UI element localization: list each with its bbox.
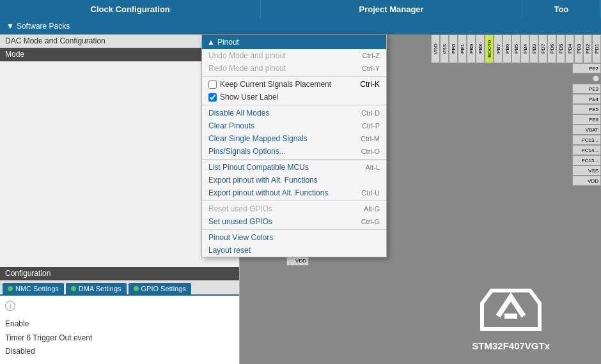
menu-header: ▲ Pinout [202, 35, 386, 49]
config-header: Configuration [0, 267, 239, 280]
pin-PD5[interactable]: PD5 [556, 34, 565, 63]
pin-PE0[interactable]: PE0 [449, 34, 458, 63]
pin-PC15[interactable]: PC15... [572, 155, 601, 165]
project-manager-tab[interactable]: Project Manager [261, 0, 522, 18]
pin-VDD-top[interactable]: VDD [431, 34, 440, 63]
menu-item-clear-single-mapped[interactable]: Clear Single Mapped Signals Ctrl-M [202, 132, 386, 145]
nmc-settings-tab[interactable]: NMC Settings [3, 283, 64, 294]
pin-PE1[interactable]: PE1 [458, 34, 467, 63]
pinout-dropdown-menu: ▲ Pinout Undo Mode and pinout Ctrl-Z Red… [201, 34, 387, 257]
info-icon: i [5, 301, 15, 311]
pin-PE2[interactable]: PE2 [572, 63, 601, 73]
tools-tab[interactable]: Too [522, 0, 601, 18]
pin-PE5[interactable]: PE5 [572, 104, 601, 114]
pin-VBAT[interactable]: VBAT [572, 125, 601, 135]
collapse-arrow-icon: ▼ [6, 22, 14, 31]
tab-dot-dma [71, 286, 76, 291]
top-bar: Clock Configuration Project Manager Too [0, 0, 601, 18]
tab-dot-nmc [8, 286, 13, 291]
software-packs-bar[interactable]: ▼ Software Packs [0, 18, 601, 34]
config-tabs: NMC Settings DMA Settings GPIO Settings [0, 280, 239, 296]
pin-PB4[interactable]: PB4 [520, 34, 529, 63]
pin-PD6[interactable]: PD6 [547, 34, 556, 63]
menu-caret-icon: ▲ [207, 38, 215, 47]
config-field-trigger: Timer 6 Trigger Out event [5, 331, 234, 345]
top-pins-row: PD1 PD2 PD3 PD4 PD5 PD6 PD7 PB3 PB4 PB5 … [431, 34, 601, 63]
menu-item-pinout-view-colors[interactable]: Pinout View Colors [202, 231, 386, 244]
pin-PB8[interactable]: PB8 [476, 34, 485, 63]
pin-PD2[interactable]: PD2 [583, 34, 592, 63]
pin-VDD-right[interactable]: VDD [572, 176, 601, 186]
pin-BOOT0[interactable]: BOOT0 [485, 34, 494, 63]
menu-item-disable-all-modes[interactable]: Disable All Modes Ctrl-D [202, 107, 386, 119]
pin-PD1[interactable]: PD1 [592, 34, 601, 63]
menu-item-undo[interactable]: Undo Mode and pinout Ctrl-Z [202, 49, 386, 62]
pin-VSS-top[interactable]: VSS [440, 34, 449, 63]
pin-PB6[interactable]: PB6 [503, 34, 511, 63]
menu-item-redo[interactable]: Redo Mode and pinout Ctrl-Y [202, 62, 386, 75]
menu-item-set-unused-gpios[interactable]: Set unused GPIOs Ctrl-G [202, 215, 386, 228]
stm-logo-svg [479, 284, 543, 335]
menu-separator-1 [202, 76, 386, 77]
pin-PE3[interactable]: PE3 [572, 84, 601, 94]
menu-separator-2 [202, 105, 386, 105]
pin-PC13[interactable]: PC13... [572, 135, 601, 145]
pin-PD4[interactable]: PD4 [565, 34, 574, 63]
config-fields: Enable Timer 6 Trigger Out event Disable… [5, 317, 234, 359]
pin-PE4[interactable]: PE4 [572, 94, 601, 104]
pin-PC14[interactable]: PC14... [572, 145, 601, 155]
pin-PB7[interactable]: PB7 [494, 34, 503, 63]
show-user-label-checkbox[interactable] [208, 93, 217, 102]
menu-item-pins-signals-options[interactable]: Pins/Signals Options... Ctrl-O [202, 145, 386, 158]
main-layout: DAC Mode and Configuration Mode Configur… [0, 34, 601, 364]
pin-PB9[interactable]: PB9 [467, 34, 476, 63]
dma-settings-tab[interactable]: DMA Settings [66, 283, 127, 294]
pin-PD3[interactable]: PD3 [574, 34, 583, 63]
menu-item-list-compatible-mcus[interactable]: List Pinout Compatible MCUs Alt-L [202, 161, 386, 174]
menu-item-export-with-alt[interactable]: Export pinout with Alt. Functions [202, 174, 386, 186]
pin-VSS-right[interactable]: VSS [572, 165, 601, 176]
pin-PB3[interactable]: PB3 [529, 34, 538, 63]
right-pins-col: PE2 PE3 PE4 PE5 PE6 VBAT PC13... PC14...… [572, 63, 601, 186]
menu-item-layout-reset[interactable]: Layout reset [202, 244, 386, 257]
menu-item-reset-used-gpios[interactable]: Reset used GPIOs Alt-G [202, 202, 386, 215]
gpio-settings-tab[interactable]: GPIO Settings [129, 283, 191, 294]
menu-item-keep-signals[interactable]: Keep Current Signals Placement Ctrl-K [202, 78, 386, 91]
menu-item-clear-pinouts[interactable]: Clear Pinouts Ctrl-P [202, 119, 386, 132]
stm-model-label: STM32F407VGTx [472, 340, 550, 351]
keep-signals-checkbox[interactable] [208, 80, 217, 89]
config-section: Configuration NMC Settings DMA Settings … [0, 267, 239, 364]
pin-circle [572, 73, 601, 84]
menu-separator-4 [202, 201, 386, 201]
config-content: i Enable Timer 6 Trigger Out event Disab… [0, 296, 239, 364]
menu-separator-3 [202, 159, 386, 160]
clock-config-tab[interactable]: Clock Configuration [0, 0, 261, 18]
pin-PD7[interactable]: PD7 [538, 34, 547, 63]
config-field-enable: Enable [5, 317, 234, 331]
stm-logo-area: STM32F407VGTx [472, 284, 550, 351]
config-field-disabled: Disabled [5, 345, 234, 359]
menu-item-show-user-label[interactable]: Show User Label [202, 91, 386, 103]
menu-item-export-without-alt[interactable]: Export pinout without Alt. Functions Ctr… [202, 186, 386, 199]
menu-separator-5 [202, 229, 386, 230]
pin-PB5[interactable]: PB5 [511, 34, 520, 63]
tab-dot-gpio [134, 286, 139, 291]
pin-PE6[interactable]: PE6 [572, 114, 601, 125]
